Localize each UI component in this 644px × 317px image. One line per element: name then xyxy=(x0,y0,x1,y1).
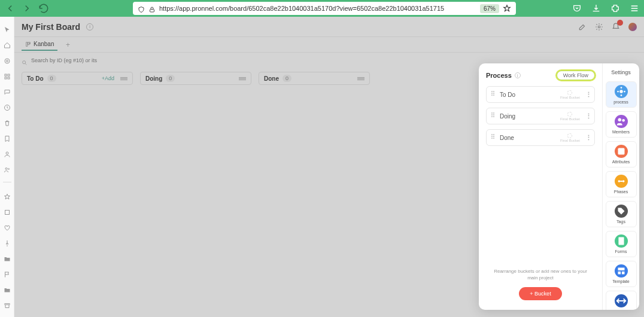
column-name: To Do xyxy=(27,75,44,82)
grid-icon[interactable] xyxy=(4,72,11,79)
settings-title: Settings xyxy=(611,69,631,75)
zoom-badge[interactable]: 67% xyxy=(480,4,499,13)
svg-rect-15 xyxy=(28,42,29,44)
star-nav-icon[interactable] xyxy=(4,192,11,199)
info-icon[interactable]: i xyxy=(86,23,93,31)
settings-item-import-export[interactable]: Import/Export xyxy=(606,291,637,310)
svg-point-21 xyxy=(620,95,622,96)
kanban-icon xyxy=(25,41,31,47)
settings-item-process[interactable]: process xyxy=(606,81,637,108)
drag-handle-icon[interactable] xyxy=(491,112,496,120)
bucket-badge: Final Bucket xyxy=(560,112,580,121)
settings-item-phases[interactable]: Phases xyxy=(606,171,637,197)
import-export-icon xyxy=(615,294,628,307)
downloads-icon[interactable] xyxy=(591,4,601,13)
bucket-name: To Do xyxy=(500,92,557,98)
svg-point-26 xyxy=(618,180,620,182)
home-icon[interactable] xyxy=(4,41,11,48)
reload-button[interactable] xyxy=(38,3,49,14)
bucket-row[interactable]: Done Final Bucket ⋮ xyxy=(486,129,595,146)
notification-badge xyxy=(617,20,623,26)
panel-hint: Rearrange buckets or add new ones to you… xyxy=(486,269,595,281)
drag-handle-icon[interactable] xyxy=(491,134,496,141)
folder-icon[interactable] xyxy=(4,254,11,261)
user-icon[interactable] xyxy=(4,150,11,157)
bookmark-icon[interactable] xyxy=(4,134,11,141)
bucket-row[interactable]: To Do Final Bucket ⋮ xyxy=(486,86,595,103)
svg-rect-16 xyxy=(30,42,31,44)
svg-point-2 xyxy=(6,60,8,62)
svg-point-23 xyxy=(618,118,621,122)
search-input[interactable] xyxy=(31,57,151,63)
users-icon[interactable] xyxy=(4,165,11,172)
avatar[interactable] xyxy=(628,23,637,31)
back-button[interactable] xyxy=(5,3,16,14)
bucket-menu-icon[interactable]: ⋮ xyxy=(587,91,590,98)
gear-icon[interactable] xyxy=(595,23,603,31)
settings-item-members[interactable]: Members xyxy=(606,111,637,138)
settings-item-attributes[interactable]: Attributes xyxy=(606,141,637,167)
chat-icon[interactable] xyxy=(4,87,11,95)
column-count: 0 xyxy=(166,75,175,82)
svg-point-18 xyxy=(619,90,623,93)
flag-icon[interactable] xyxy=(4,270,11,277)
svg-rect-11 xyxy=(5,211,9,215)
svg-rect-28 xyxy=(618,237,624,245)
bucket-menu-icon[interactable]: ⋮ xyxy=(587,112,590,120)
shield-icon xyxy=(138,5,145,12)
bucket-badge: Final Bucket xyxy=(560,133,580,142)
add-tab-button[interactable]: + xyxy=(63,41,72,49)
board-title: My First Board xyxy=(22,22,80,32)
drag-handle-icon[interactable] xyxy=(491,91,496,98)
notifications-button[interactable] xyxy=(612,23,620,31)
pocket-icon[interactable] xyxy=(572,4,582,13)
svg-rect-5 xyxy=(5,77,7,79)
bucket-row[interactable]: Doing Final Bucket ⋮ xyxy=(486,108,595,124)
svg-rect-29 xyxy=(618,268,624,271)
heart-icon[interactable] xyxy=(4,223,11,230)
clock-icon[interactable] xyxy=(4,103,11,110)
svg-rect-6 xyxy=(8,77,10,79)
trash-icon[interactable] xyxy=(4,118,11,126)
bucket-name: Doing xyxy=(500,113,557,120)
column-todo: To Do 0 +Add xyxy=(22,72,133,85)
extensions-icon[interactable] xyxy=(610,4,620,13)
settings-item-tags[interactable]: Tags xyxy=(606,201,637,227)
column-menu-icon[interactable] xyxy=(357,75,364,82)
panel-info-icon[interactable]: i xyxy=(515,72,521,78)
bucket-name: Done xyxy=(500,135,557,141)
column-doing: Doing 0 xyxy=(140,72,251,85)
column-menu-icon[interactable] xyxy=(120,75,127,82)
column-name: Doing xyxy=(145,75,162,82)
forward-button[interactable] xyxy=(22,3,32,14)
folder2-icon[interactable] xyxy=(4,285,11,292)
workflow-button[interactable]: Work Flow xyxy=(557,71,595,80)
bookmark-star-icon[interactable] xyxy=(503,4,511,13)
svg-point-24 xyxy=(622,119,625,122)
box-icon[interactable] xyxy=(4,208,11,215)
column-menu-icon[interactable] xyxy=(239,75,246,82)
add-bucket-button[interactable]: + Bucket xyxy=(519,287,561,300)
column-name: Done xyxy=(264,75,279,82)
svg-point-27 xyxy=(622,180,624,182)
tab-kanban[interactable]: Kanban xyxy=(22,38,57,51)
settings-item-forms[interactable]: Forms xyxy=(606,231,637,257)
svg-rect-30 xyxy=(618,272,621,275)
archive-icon[interactable] xyxy=(4,301,11,308)
menu-icon[interactable] xyxy=(630,4,639,13)
pin-icon[interactable] xyxy=(4,239,11,246)
process-icon xyxy=(615,85,628,98)
cursor-icon[interactable] xyxy=(4,25,11,32)
panel-title: Process xyxy=(486,72,512,79)
address-bar[interactable]: https://app.pronnel.com/board/6502ca8e22… xyxy=(133,2,516,15)
bucket-menu-icon[interactable]: ⋮ xyxy=(587,134,590,141)
tools-icon[interactable] xyxy=(578,23,587,31)
process-settings-panel: Process i Work Flow To Do Final Bucket ⋮… xyxy=(479,63,639,310)
svg-rect-31 xyxy=(621,272,624,275)
settings-item-template[interactable]: Template xyxy=(606,261,637,287)
svg-rect-3 xyxy=(5,74,7,76)
lock-icon xyxy=(148,5,156,12)
url-text: https://app.pronnel.com/board/6502ca8e22… xyxy=(159,5,476,12)
target-icon[interactable] xyxy=(4,56,11,63)
column-add-button[interactable]: +Add xyxy=(102,75,114,81)
